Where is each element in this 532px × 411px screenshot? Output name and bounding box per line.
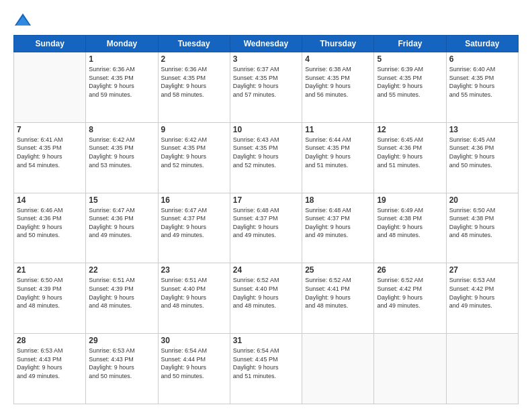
calendar-cell: 2Sunrise: 6:36 AM Sunset: 4:35 PM Daylig… [158, 52, 230, 123]
calendar-cell: 28Sunrise: 6:53 AM Sunset: 4:43 PM Dayli… [14, 334, 86, 404]
day-number: 13 [449, 125, 515, 134]
day-number: 7 [17, 125, 83, 134]
day-number: 27 [449, 265, 515, 275]
day-header-wednesday: Wednesday [230, 36, 302, 52]
calendar-cell: 30Sunrise: 6:54 AM Sunset: 4:44 PM Dayli… [158, 334, 230, 404]
day-info: Sunrise: 6:36 AM Sunset: 4:35 PM Dayligh… [89, 65, 154, 99]
calendar-cell: 17Sunrise: 6:48 AM Sunset: 4:37 PM Dayli… [230, 193, 302, 263]
calendar-cell: 18Sunrise: 6:48 AM Sunset: 4:37 PM Dayli… [302, 193, 374, 263]
calendar-cell: 21Sunrise: 6:50 AM Sunset: 4:39 PM Dayli… [14, 263, 86, 334]
calendar-cell [374, 334, 446, 404]
day-info: Sunrise: 6:45 AM Sunset: 4:36 PM Dayligh… [449, 136, 515, 169]
calendar-cell: 25Sunrise: 6:52 AM Sunset: 4:41 PM Dayli… [302, 263, 374, 334]
day-header-saturday: Saturday [446, 36, 518, 52]
day-number: 2 [161, 54, 227, 64]
day-info: Sunrise: 6:44 AM Sunset: 4:35 PM Dayligh… [305, 136, 371, 169]
day-info: Sunrise: 6:53 AM Sunset: 4:43 PM Dayligh… [89, 347, 154, 380]
day-info: Sunrise: 6:48 AM Sunset: 4:37 PM Dayligh… [305, 206, 371, 240]
day-info: Sunrise: 6:38 AM Sunset: 4:35 PM Dayligh… [305, 65, 371, 99]
day-info: Sunrise: 6:50 AM Sunset: 4:38 PM Dayligh… [449, 206, 515, 240]
calendar-cell: 3Sunrise: 6:37 AM Sunset: 4:35 PM Daylig… [230, 52, 302, 123]
day-number: 3 [233, 54, 299, 64]
calendar-cell [302, 334, 374, 404]
day-header-monday: Monday [86, 36, 158, 52]
week-row-0: 1Sunrise: 6:36 AM Sunset: 4:35 PM Daylig… [14, 52, 519, 123]
day-number: 25 [305, 265, 371, 275]
day-info: Sunrise: 6:52 AM Sunset: 4:42 PM Dayligh… [377, 276, 443, 310]
calendar-cell: 19Sunrise: 6:49 AM Sunset: 4:38 PM Dayli… [374, 193, 446, 263]
day-info: Sunrise: 6:54 AM Sunset: 4:45 PM Dayligh… [233, 347, 299, 380]
day-header-tuesday: Tuesday [158, 36, 230, 52]
page: SundayMondayTuesdayWednesdayThursdayFrid… [0, 0, 532, 411]
day-info: Sunrise: 6:42 AM Sunset: 4:35 PM Dayligh… [89, 136, 154, 169]
day-number: 6 [449, 54, 515, 64]
calendar-cell: 8Sunrise: 6:42 AM Sunset: 4:35 PM Daylig… [86, 122, 158, 193]
day-info: Sunrise: 6:51 AM Sunset: 4:40 PM Dayligh… [161, 276, 227, 310]
logo [13, 11, 35, 30]
day-number: 26 [377, 265, 443, 275]
day-info: Sunrise: 6:53 AM Sunset: 4:43 PM Dayligh… [17, 347, 83, 380]
day-info: Sunrise: 6:36 AM Sunset: 4:35 PM Dayligh… [161, 65, 227, 99]
day-number: 15 [89, 195, 154, 205]
calendar-cell [14, 52, 86, 123]
day-number: 12 [377, 125, 443, 134]
day-number: 22 [89, 265, 154, 275]
logo-icon [13, 11, 32, 30]
day-number: 24 [233, 265, 299, 275]
day-info: Sunrise: 6:52 AM Sunset: 4:41 PM Dayligh… [305, 276, 371, 310]
day-info: Sunrise: 6:43 AM Sunset: 4:35 PM Dayligh… [233, 136, 299, 169]
calendar-cell: 24Sunrise: 6:52 AM Sunset: 4:40 PM Dayli… [230, 263, 302, 334]
day-info: Sunrise: 6:45 AM Sunset: 4:36 PM Dayligh… [377, 136, 443, 169]
header-row: SundayMondayTuesdayWednesdayThursdayFrid… [14, 36, 519, 52]
calendar-cell: 4Sunrise: 6:38 AM Sunset: 4:35 PM Daylig… [302, 52, 374, 123]
calendar-cell: 7Sunrise: 6:41 AM Sunset: 4:35 PM Daylig… [14, 122, 86, 193]
day-number: 29 [89, 336, 154, 345]
calendar-cell: 12Sunrise: 6:45 AM Sunset: 4:36 PM Dayli… [374, 122, 446, 193]
day-number: 10 [233, 125, 299, 134]
calendar-cell: 5Sunrise: 6:39 AM Sunset: 4:35 PM Daylig… [374, 52, 446, 123]
day-info: Sunrise: 6:39 AM Sunset: 4:35 PM Dayligh… [377, 65, 443, 99]
calendar-cell: 29Sunrise: 6:53 AM Sunset: 4:43 PM Dayli… [86, 334, 158, 404]
calendar-cell: 9Sunrise: 6:42 AM Sunset: 4:35 PM Daylig… [158, 122, 230, 193]
week-row-3: 21Sunrise: 6:50 AM Sunset: 4:39 PM Dayli… [14, 263, 519, 334]
day-number: 11 [305, 125, 371, 134]
calendar-table: SundayMondayTuesdayWednesdayThursdayFrid… [13, 35, 519, 404]
day-number: 23 [161, 265, 227, 275]
day-header-thursday: Thursday [302, 36, 374, 52]
day-info: Sunrise: 6:41 AM Sunset: 4:35 PM Dayligh… [17, 136, 83, 169]
day-header-friday: Friday [374, 36, 446, 52]
day-number: 1 [89, 54, 154, 64]
day-info: Sunrise: 6:48 AM Sunset: 4:37 PM Dayligh… [233, 206, 299, 240]
day-info: Sunrise: 6:52 AM Sunset: 4:40 PM Dayligh… [233, 276, 299, 310]
day-number: 5 [377, 54, 443, 64]
calendar-cell: 1Sunrise: 6:36 AM Sunset: 4:35 PM Daylig… [86, 52, 158, 123]
day-info: Sunrise: 6:37 AM Sunset: 4:35 PM Dayligh… [233, 65, 299, 99]
day-header-sunday: Sunday [14, 36, 86, 52]
day-info: Sunrise: 6:53 AM Sunset: 4:42 PM Dayligh… [449, 276, 515, 310]
day-number: 31 [233, 336, 299, 345]
day-number: 9 [161, 125, 227, 134]
week-row-2: 14Sunrise: 6:46 AM Sunset: 4:36 PM Dayli… [14, 193, 519, 263]
calendar-cell: 23Sunrise: 6:51 AM Sunset: 4:40 PM Dayli… [158, 263, 230, 334]
day-number: 16 [161, 195, 227, 205]
calendar-cell: 11Sunrise: 6:44 AM Sunset: 4:35 PM Dayli… [302, 122, 374, 193]
day-info: Sunrise: 6:47 AM Sunset: 4:36 PM Dayligh… [89, 206, 154, 240]
calendar-cell: 31Sunrise: 6:54 AM Sunset: 4:45 PM Dayli… [230, 334, 302, 404]
week-row-1: 7Sunrise: 6:41 AM Sunset: 4:35 PM Daylig… [14, 122, 519, 193]
week-row-4: 28Sunrise: 6:53 AM Sunset: 4:43 PM Dayli… [14, 334, 519, 404]
day-number: 4 [305, 54, 371, 64]
day-info: Sunrise: 6:50 AM Sunset: 4:39 PM Dayligh… [17, 276, 83, 310]
day-number: 21 [17, 265, 83, 275]
calendar-cell: 15Sunrise: 6:47 AM Sunset: 4:36 PM Dayli… [86, 193, 158, 263]
day-info: Sunrise: 6:54 AM Sunset: 4:44 PM Dayligh… [161, 347, 227, 380]
calendar-cell: 14Sunrise: 6:46 AM Sunset: 4:36 PM Dayli… [14, 193, 86, 263]
day-info: Sunrise: 6:46 AM Sunset: 4:36 PM Dayligh… [17, 206, 83, 240]
day-number: 17 [233, 195, 299, 205]
calendar-cell: 10Sunrise: 6:43 AM Sunset: 4:35 PM Dayli… [230, 122, 302, 193]
calendar-cell [446, 334, 518, 404]
calendar-cell: 13Sunrise: 6:45 AM Sunset: 4:36 PM Dayli… [446, 122, 518, 193]
day-number: 18 [305, 195, 371, 205]
day-number: 20 [449, 195, 515, 205]
calendar-cell: 26Sunrise: 6:52 AM Sunset: 4:42 PM Dayli… [374, 263, 446, 334]
header [13, 11, 519, 30]
